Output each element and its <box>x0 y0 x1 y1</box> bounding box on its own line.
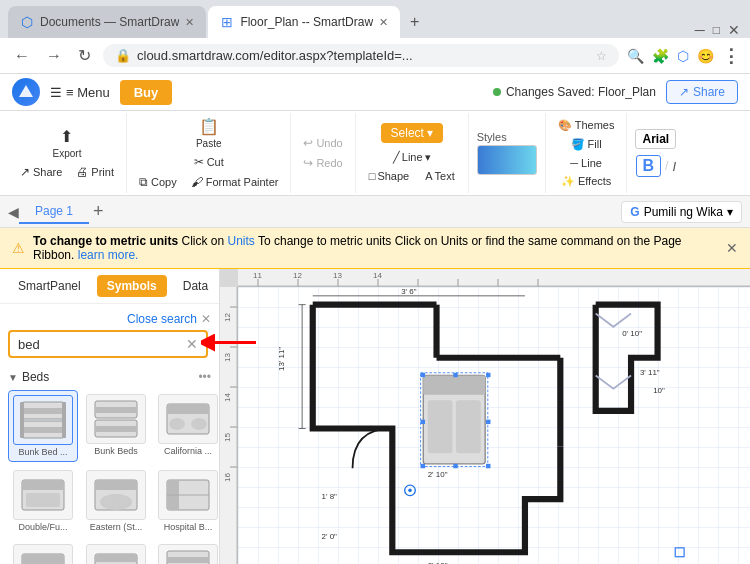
share-icon: ↗ <box>679 85 689 99</box>
copy-button[interactable]: ⧉ Copy <box>135 173 181 191</box>
text-button[interactable]: A Text <box>420 168 460 184</box>
print-button[interactable]: 🖨 Print <box>72 163 118 181</box>
hamburger-icon: ☰ <box>50 85 62 100</box>
font-bold-button[interactable]: B <box>636 155 662 177</box>
symbol-item[interactable]: Recliner B... <box>82 540 150 564</box>
symbol-item[interactable]: California ... <box>154 390 222 462</box>
svg-rect-34 <box>167 557 209 563</box>
saved-dot-icon <box>493 88 501 96</box>
search-input[interactable] <box>18 337 186 352</box>
redo-button[interactable]: ↪ Redo <box>299 154 346 172</box>
canvas-drawing: 13' 11" 3' 6" 0' 10" 3' 11" 10" 2' 10" 4… <box>238 287 750 564</box>
maximize-icon[interactable]: □ <box>713 23 720 37</box>
symbol-preview <box>158 544 218 564</box>
select-button[interactable]: Select ▾ <box>381 123 443 143</box>
line2-button[interactable]: ─ Line <box>566 155 606 171</box>
line-button[interactable]: ╱ Line ▾ <box>388 149 436 166</box>
ribbon-group-font: Arial B / I <box>627 113 684 193</box>
panel-tab-symbols[interactable]: Symbols <box>97 275 167 297</box>
search-extension-icon[interactable]: 🔍 <box>627 48 644 64</box>
category-more-icon[interactable]: ••• <box>198 370 211 384</box>
panel-tab-data[interactable]: Data <box>173 275 218 297</box>
paste-button[interactable]: 📋 Paste <box>192 115 226 151</box>
format-painter-button[interactable]: 🖌 Format Painter <box>187 173 283 191</box>
shape-button[interactable]: □ Shape <box>364 168 414 184</box>
profile-icon[interactable]: 😊 <box>697 48 714 64</box>
language-selector[interactable]: G Pumili ng Wika ▾ <box>621 201 742 223</box>
tab2-close-icon[interactable]: ✕ <box>379 16 388 29</box>
symbol-item[interactable]: Bunk Beds <box>82 390 150 462</box>
notification-close-button[interactable]: ✕ <box>726 240 738 256</box>
close-search-link[interactable]: Close search <box>127 312 197 326</box>
svg-point-79 <box>408 489 412 493</box>
cut-label: Cut <box>207 156 224 168</box>
ribbon-group-select: Select ▾ ╱ Line ▾ □ Shape A Text <box>356 113 469 193</box>
symbol-category-beds: ▼ Beds ••• <box>0 366 219 564</box>
cut-button[interactable]: ✂ Cut <box>190 153 228 171</box>
learn-more-link[interactable]: learn more. <box>78 248 139 262</box>
effects-icon: ✨ <box>561 175 575 188</box>
ribbon-group-clipboard: 📋 Paste ✂ Cut ⧉ Copy 🖌 Format Painter <box>127 113 291 193</box>
tab2-title: Floor_Plan -- SmartDraw <box>240 15 373 29</box>
undo-button[interactable]: ↩ Undo <box>299 134 346 152</box>
buy-button[interactable]: Buy <box>120 80 173 105</box>
svg-text:14: 14 <box>373 271 382 280</box>
svg-text:10": 10" <box>653 386 665 395</box>
tab1-close-icon[interactable]: ✕ <box>185 16 194 29</box>
search-input-wrap: ✕ <box>8 330 208 358</box>
close-search-x-icon[interactable]: ✕ <box>201 312 211 326</box>
svg-rect-10 <box>95 407 137 413</box>
tab-floor-plan[interactable]: ⊞ Floor_Plan -- SmartDraw ✕ <box>208 6 400 38</box>
select-label: Select <box>391 126 424 140</box>
effects-button[interactable]: ✨ Effects <box>557 173 615 190</box>
page-tab-1[interactable]: Page 1 <box>19 200 89 224</box>
address-bar[interactable]: 🔒 cloud.smartdraw.com/editor.aspx?templa… <box>103 44 619 67</box>
font-italic-button[interactable]: I <box>672 159 676 174</box>
svg-text:3' 11": 3' 11" <box>640 368 660 377</box>
search-clear-icon[interactable]: ✕ <box>186 336 198 352</box>
category-toggle-icon[interactable]: ▼ <box>8 372 18 383</box>
back-button[interactable]: ← <box>10 45 34 67</box>
units-link[interactable]: Units <box>227 234 254 248</box>
symbol-item[interactable]: Double/Fu... <box>8 466 78 536</box>
extension-icon[interactable]: 🧩 <box>652 48 669 64</box>
symbol-item[interactable]: Eastern (St... <box>82 466 150 536</box>
svg-text:2' 10": 2' 10" <box>428 470 448 479</box>
floor-plan-svg: 13' 11" 3' 6" 0' 10" 3' 11" 10" 2' 10" 4… <box>238 287 750 564</box>
font-name[interactable]: Arial <box>635 129 676 149</box>
symbol-preview <box>13 470 73 520</box>
share-small-button[interactable]: ↗ Share <box>16 163 66 181</box>
themes-button[interactable]: 🎨 Themes <box>554 117 619 134</box>
symbol-item[interactable]: Trundle Be... <box>154 540 222 564</box>
menu-button[interactable]: ☰ ≡ Menu <box>50 85 110 100</box>
add-page-button[interactable]: + <box>93 201 104 222</box>
menu-label: ≡ Menu <box>66 85 110 100</box>
page-tab-label: Page 1 <box>35 204 73 218</box>
menu-dots-icon[interactable]: ⋮ <box>722 45 740 67</box>
close-window-icon[interactable]: ✕ <box>728 22 740 38</box>
font-slash: / <box>665 159 668 173</box>
panel-tab-smartpanel[interactable]: SmartPanel <box>8 275 91 297</box>
page-prev-arrow[interactable]: ◀ <box>8 204 19 220</box>
language-label: Pumili ng Wika <box>644 205 723 219</box>
notification-icon: ⚠ <box>12 240 25 256</box>
reload-button[interactable]: ↻ <box>74 44 95 67</box>
symbol-item[interactable]: Hospital B... <box>154 466 222 536</box>
export-button[interactable]: ⬆ Export <box>49 125 86 161</box>
new-tab-button[interactable]: + <box>402 9 427 35</box>
svg-text:12: 12 <box>223 313 232 322</box>
fill-button[interactable]: 🪣 Fill <box>567 136 606 153</box>
share-button[interactable]: ↗ Share <box>666 80 738 104</box>
symbol-item[interactable]: Queen Be... <box>8 540 78 564</box>
forward-button[interactable]: → <box>42 45 66 67</box>
symbol-item[interactable]: Bunk Bed ... <box>8 390 78 462</box>
minimize-icon[interactable]: ─ <box>695 22 705 38</box>
tab-documents[interactable]: ⬡ Documents — SmartDraw ✕ <box>8 6 206 38</box>
paste-label: Paste <box>196 138 222 149</box>
smartdraw-ext-icon[interactable]: ⬡ <box>677 48 689 64</box>
svg-text:13' 11": 13' 11" <box>277 347 286 371</box>
tab1-title: Documents — SmartDraw <box>40 15 179 29</box>
address-star-icon[interactable]: ☆ <box>596 49 607 63</box>
svg-rect-90 <box>421 464 425 468</box>
svg-point-16 <box>191 418 207 430</box>
